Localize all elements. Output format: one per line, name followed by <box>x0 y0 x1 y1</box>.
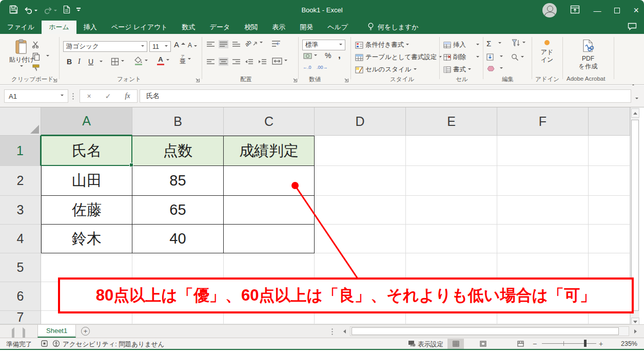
number-dialog-launcher-icon[interactable] <box>343 77 349 83</box>
cut-button[interactable] <box>32 41 40 48</box>
bold-button[interactable]: B <box>67 58 72 66</box>
fill-button[interactable] <box>486 53 503 61</box>
scroll-up-icon[interactable] <box>631 108 639 118</box>
number-format-select[interactable]: 標準 <box>302 40 345 50</box>
format-painter-button[interactable] <box>32 64 40 71</box>
cell-B2[interactable]: 85 <box>132 166 224 196</box>
horizontal-scroll-thumb[interactable] <box>352 327 619 335</box>
cell-D4[interactable] <box>315 225 406 253</box>
tab-formulas[interactable]: 数式 <box>175 21 203 34</box>
cell-E4[interactable] <box>406 225 497 253</box>
insert-cells-button[interactable]: 挿入 <box>443 41 479 49</box>
sheet-tab-sheet1[interactable]: Sheet1 <box>37 325 76 338</box>
delete-cells-button[interactable]: 削除 <box>443 53 479 62</box>
tell-me-box[interactable]: 何をしますか <box>367 21 419 34</box>
hscroll-left-icon[interactable] <box>340 327 348 336</box>
cell-D1[interactable] <box>315 136 406 166</box>
fill-color-button[interactable] <box>134 57 148 65</box>
row-header-6[interactable]: 6 <box>0 282 41 311</box>
sort-filter-button[interactable] <box>511 39 525 47</box>
grow-font-button[interactable]: A <box>174 40 185 49</box>
cell-B1[interactable]: 点数 <box>132 136 224 166</box>
view-page-layout-button[interactable] <box>475 339 491 349</box>
cell-F1[interactable] <box>497 136 589 166</box>
cell-B4[interactable]: 40 <box>132 225 224 253</box>
cell-E2[interactable] <box>406 166 497 196</box>
addins-button[interactable]: アド イン <box>537 40 557 64</box>
select-all-corner[interactable] <box>0 107 41 136</box>
maximize-button[interactable] <box>614 8 620 13</box>
confirm-icon[interactable]: ✓ <box>105 92 111 100</box>
cell-C2[interactable] <box>224 166 315 196</box>
font-dialog-launcher-icon[interactable] <box>194 77 200 83</box>
cell-A3[interactable]: 佐藤 <box>41 196 132 225</box>
cell-partial-2[interactable] <box>589 166 630 196</box>
cell-A1[interactable]: 氏名 <box>41 136 132 166</box>
tab-file[interactable]: ファイル <box>0 21 42 34</box>
find-select-button[interactable] <box>511 53 524 61</box>
wrap-text-button[interactable] <box>272 40 280 47</box>
cell-B3[interactable]: 65 <box>132 196 224 225</box>
copy-button[interactable] <box>32 52 49 61</box>
cell-partial-4[interactable] <box>589 225 630 253</box>
cell-styles-button[interactable]: セルのスタイル <box>355 65 417 74</box>
align-left-button[interactable] <box>207 59 214 65</box>
row-header-2[interactable]: 2 <box>0 166 41 196</box>
ribbon-display-options-icon[interactable] <box>570 5 580 16</box>
borders-button[interactable] <box>111 58 124 66</box>
cell-C4[interactable] <box>224 225 315 253</box>
font-size-select[interactable]: 11 <box>149 41 171 52</box>
conditional-formatting-button[interactable]: 条件付き書式 <box>355 41 409 49</box>
alignment-dialog-launcher-icon[interactable] <box>292 77 298 83</box>
cancel-icon[interactable]: × <box>87 92 91 100</box>
close-button[interactable]: × <box>633 6 639 15</box>
accessibility-icon[interactable] <box>52 340 60 349</box>
zoom-slider-thumb[interactable] <box>584 340 587 347</box>
minimize-button[interactable]: — <box>593 7 601 14</box>
cell-partial-3[interactable] <box>589 196 630 225</box>
align-right-button[interactable] <box>232 59 240 65</box>
zoom-out-icon[interactable]: − <box>533 340 537 348</box>
name-box[interactable]: A1 <box>4 89 68 103</box>
shrink-font-button[interactable]: A <box>188 42 197 49</box>
tab-insert[interactable]: 挿入 <box>76 21 104 34</box>
row-header-7[interactable]: 7 <box>0 311 41 324</box>
decrease-indent-button[interactable] <box>245 59 253 65</box>
format-cells-button[interactable]: 書式 <box>443 65 471 74</box>
accounting-format-button[interactable] <box>303 53 317 59</box>
font-name-select[interactable]: 游ゴシック <box>63 41 147 52</box>
clear-button[interactable] <box>486 66 503 71</box>
display-settings-label[interactable]: 表示設定 <box>418 340 443 349</box>
column-header-B[interactable]: B <box>132 107 224 136</box>
italic-button[interactable]: I <box>78 58 81 66</box>
decrease-decimal-button[interactable]: .00→ <box>317 65 328 70</box>
cell-C3[interactable] <box>224 196 315 225</box>
cell-F2[interactable] <box>497 166 589 196</box>
tab-view[interactable]: 表示 <box>265 21 292 34</box>
zoom-slider[interactable] <box>542 343 596 344</box>
tab-review[interactable]: 校閲 <box>237 21 265 34</box>
row-header-3[interactable]: 3 <box>0 196 41 225</box>
row-header-4[interactable]: 4 <box>0 225 41 253</box>
new-sheet-icon[interactable]: + <box>81 327 90 336</box>
phonetic-guide-button[interactable]: ア 亜 <box>180 54 191 64</box>
underline-button[interactable]: U <box>88 58 93 66</box>
cell-D2[interactable] <box>315 166 406 196</box>
column-header-A[interactable]: A <box>41 107 132 136</box>
view-normal-button[interactable] <box>447 339 464 349</box>
merge-center-button[interactable] <box>272 58 287 65</box>
hscroll-right-icon[interactable] <box>631 327 640 336</box>
tab-help[interactable]: ヘルプ <box>320 21 355 34</box>
comments-icon[interactable] <box>628 23 637 32</box>
paste-button[interactable]: 貼り付け <box>9 39 34 68</box>
cell-C1[interactable]: 成績判定 <box>224 136 315 166</box>
account-avatar[interactable] <box>542 3 557 17</box>
formula-input[interactable]: 氏名 <box>140 89 631 103</box>
comma-style-button[interactable]: , <box>338 50 341 61</box>
orientation-button[interactable]: ab <box>245 40 263 46</box>
column-header-D[interactable]: D <box>315 107 406 136</box>
cell-E1[interactable] <box>406 136 497 166</box>
underline-dropdown-icon[interactable] <box>100 61 103 64</box>
cell-A4[interactable]: 鈴木 <box>41 225 132 253</box>
tab-page-layout[interactable]: ページ レイアウト <box>104 21 175 34</box>
